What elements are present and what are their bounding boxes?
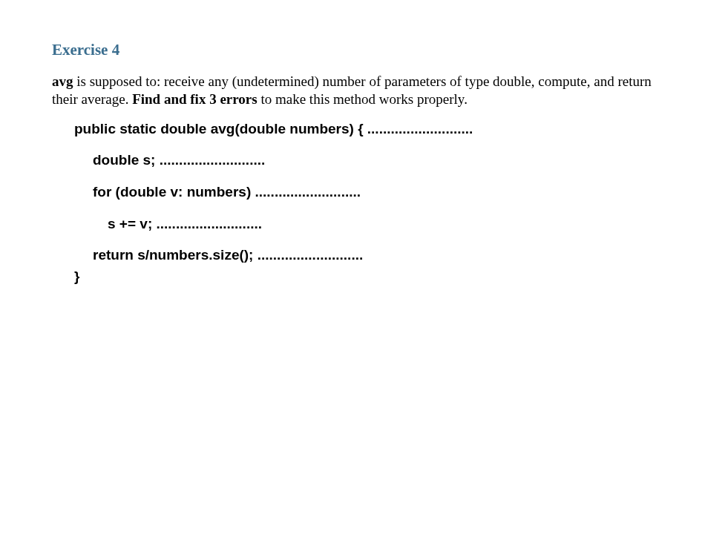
- code-line-6: }: [52, 268, 676, 286]
- desc-fix-bold: Find and fix 3 errors: [132, 91, 258, 107]
- code-block: public static double avg(double numbers)…: [52, 120, 676, 286]
- code-line-2: double s; ...........................: [52, 151, 676, 170]
- code-line-4: s += v; ...........................: [52, 215, 676, 234]
- exercise-description: avg is supposed to: receive any (undeter…: [52, 73, 676, 108]
- code-line-1: public static double avg(double numbers)…: [52, 120, 676, 139]
- exercise-heading: Exercise 4: [52, 41, 676, 59]
- code-line-3: for (double v: numbers) ................…: [52, 183, 676, 202]
- desc-avg-bold: avg: [52, 73, 73, 89]
- code-line-5: return s/numbers.size(); ...............…: [52, 246, 676, 265]
- desc-part4: to make this method works properly.: [258, 91, 468, 107]
- exercise-page: Exercise 4 avg is supposed to: receive a…: [0, 0, 728, 286]
